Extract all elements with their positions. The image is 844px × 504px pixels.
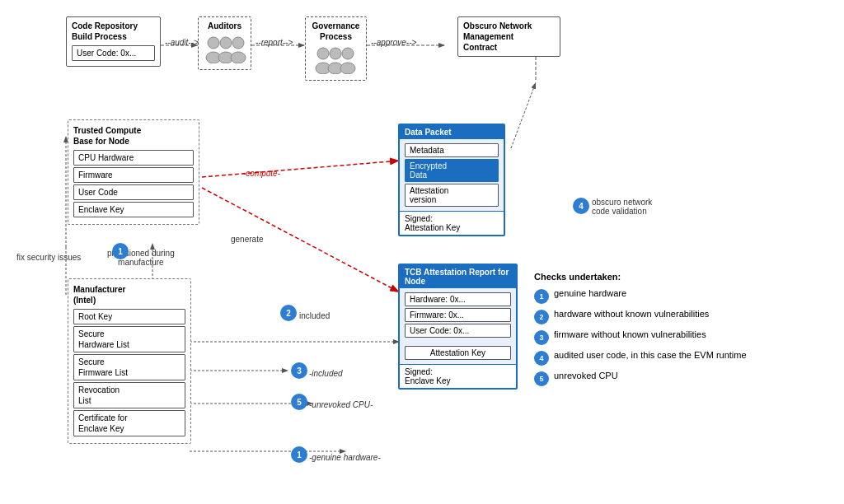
svg-line-16 [511, 82, 536, 148]
badge-2: 2 [280, 305, 297, 321]
revocation-list: RevocationList [73, 382, 185, 408]
included3-label: -included [309, 369, 343, 378]
check-badge-3: 3 [534, 330, 549, 345]
attestation-version: Attestationversion [405, 184, 499, 207]
badge-4: 4 [573, 198, 589, 214]
badge-1b: 1 [291, 446, 307, 463]
check-text-3: firmware without known vulnerabilities [554, 329, 706, 339]
auditors-box: Auditors [198, 16, 251, 70]
governance-box: Governance Process [305, 16, 367, 81]
generate-label: generate [231, 235, 263, 244]
obscuro-contract-box: Obscuro Network Management Contract [457, 16, 560, 57]
check-item-4: 4 audited user code, in this case the EV… [534, 350, 831, 366]
firmware-val: Firmware: 0x... [405, 308, 511, 322]
check-text-5: unrevoked CPU [554, 371, 618, 380]
svg-point-17 [208, 37, 219, 49]
svg-point-22 [231, 52, 246, 63]
firmware: Firmware [73, 167, 194, 183]
approve-label: --approve--> [371, 38, 416, 47]
badge-1a: 1 [112, 243, 129, 259]
tcb-box: Trusted Compute Base for Node CPU Hardwa… [68, 119, 199, 225]
tcb-attestation-title: TCB Attestation Report for Node [400, 265, 516, 288]
unrevoked-label: -unrevoked CPU- [309, 400, 373, 409]
code-repo-title: Code Repository Build Process [72, 21, 155, 42]
cpu-hardware: CPU Hardware [73, 150, 194, 166]
check-text-4: audited user code, in this case the EVM … [554, 350, 747, 360]
check-badge-4: 4 [534, 351, 549, 366]
fix-security-label: fix security issues [16, 253, 81, 262]
encrypted-data: EncryptedData [405, 159, 499, 182]
report-label: --report--> [256, 38, 293, 47]
svg-point-23 [317, 48, 329, 59]
data-packet-box: Data Packet Metadata EncryptedData Attes… [398, 124, 505, 236]
data-packet-signed: Signed:Attestation Key [400, 211, 504, 235]
check-badge-1: 1 [534, 289, 549, 304]
svg-point-28 [340, 63, 355, 74]
data-packet-title: Data Packet [400, 125, 504, 139]
governance-title: Governance Process [311, 21, 361, 42]
audit-label: --audit--> [165, 38, 199, 47]
genuine-label: -genuine hardware- [309, 453, 381, 462]
check-text-2: hardware without known vulnerabilities [554, 309, 709, 319]
tcb-signed: Signed:Enclave Key [400, 364, 516, 388]
attestation-key-val: Attestation Key [405, 346, 511, 360]
included-label: included [299, 311, 330, 320]
check-badge-5: 5 [534, 371, 549, 386]
user-code-value: User Code: 0x... [72, 45, 155, 61]
compute-label: -compute- [243, 169, 280, 178]
check-item-2: 2 hardware without known vulnerabilities [534, 309, 831, 324]
check-item-1: 1 genuine hardware [534, 288, 831, 304]
svg-point-19 [220, 37, 232, 49]
obscuro-contract-title: Obscuro Network Management Contract [463, 21, 555, 53]
tcb-title: Trusted Compute Base for Node [73, 125, 194, 147]
tcb-attestation-box: TCB Attestation Report for Node Hardware… [398, 264, 518, 390]
check-text-1: genuine hardware [554, 288, 626, 298]
diagram-container: Code Repository Build Process User Code:… [0, 0, 844, 504]
check-item-3: 3 firmware without known vulnerabilities [534, 329, 831, 345]
badge-3: 3 [291, 362, 307, 379]
secure-firmware-list: SecureFirmware List [73, 354, 185, 380]
usercode-val: User Code: 0x... [405, 324, 511, 338]
manufacturer-title: Manufacturer (Intel) [73, 284, 185, 306]
code-repo-box: Code Repository Build Process User Code:… [66, 16, 161, 67]
checks-section: Checks undertaken: 1 genuine hardware 2 … [534, 272, 831, 391]
svg-point-21 [232, 37, 244, 49]
root-key: Root Key [73, 309, 185, 324]
secure-hardware-list: SecureHardware List [73, 326, 185, 352]
hardware-val: Hardware: 0x... [405, 292, 511, 306]
check-item-5: 5 unrevoked CPU [534, 371, 831, 386]
check-badge-2: 2 [534, 310, 549, 324]
user-code: User Code [73, 184, 194, 200]
svg-point-25 [330, 48, 341, 59]
auditors-title: Auditors [204, 21, 246, 31]
badge-5: 5 [291, 394, 307, 410]
enclave-key: Enclave Key [73, 202, 194, 217]
svg-line-7 [202, 161, 400, 177]
manufacturer-box: Manufacturer (Intel) Root Key SecureHard… [68, 278, 191, 444]
certificate-enclave-key: Certificate forEnclave Key [73, 410, 185, 436]
metadata: Metadata [405, 143, 499, 157]
svg-point-27 [342, 48, 354, 59]
checks-title: Checks undertaken: [534, 272, 831, 282]
obscuro-validation-label: obscuro network code validation [592, 198, 652, 216]
